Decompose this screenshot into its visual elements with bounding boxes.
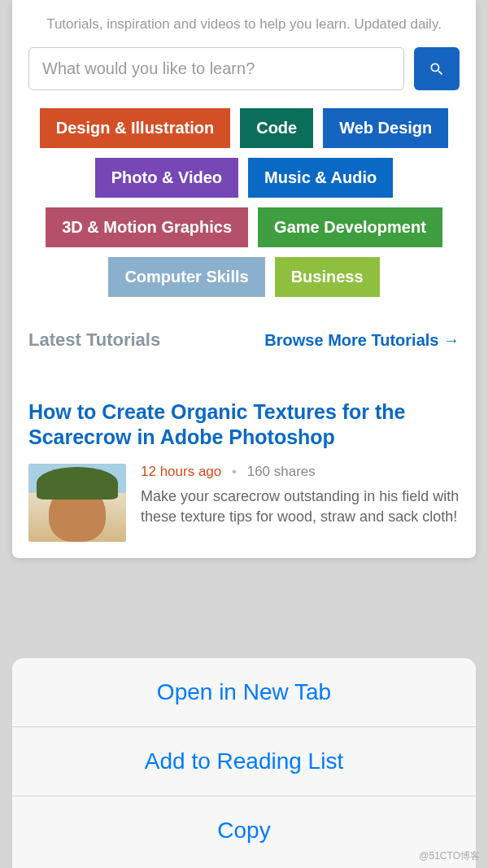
article-info: 12 hours ago • 160 shares Make your scar… bbox=[141, 464, 460, 542]
meta-separator: • bbox=[232, 464, 237, 479]
category-game-dev[interactable]: Game Development bbox=[258, 207, 442, 247]
article-shares: 160 shares bbox=[247, 464, 316, 479]
category-code[interactable]: Code bbox=[240, 108, 313, 148]
search-button[interactable] bbox=[414, 47, 460, 90]
category-3d-motion[interactable]: 3D & Motion Graphics bbox=[46, 207, 248, 247]
search-input[interactable] bbox=[28, 47, 404, 90]
watermark: @51CTO博客 bbox=[419, 849, 480, 863]
article-meta: 12 hours ago • 160 shares bbox=[141, 464, 460, 480]
category-photo-video[interactable]: Photo & Video bbox=[95, 158, 238, 198]
section-header: Latest Tutorials Browse More Tutorials → bbox=[28, 329, 460, 351]
search-row bbox=[28, 47, 460, 90]
search-icon bbox=[429, 61, 445, 77]
action-sheet: Open in New Tab Add to Reading List Copy bbox=[12, 658, 476, 868]
section-title: Latest Tutorials bbox=[28, 329, 160, 351]
category-design-illustration[interactable]: Design & Illustration bbox=[40, 108, 230, 148]
category-business[interactable]: Business bbox=[275, 257, 380, 297]
article-body: 12 hours ago • 160 shares Make your scar… bbox=[28, 464, 460, 542]
browse-more-link[interactable]: Browse More Tutorials → bbox=[264, 331, 460, 350]
action-copy[interactable]: Copy bbox=[12, 796, 476, 868]
article-excerpt: Make your scarecrow outstanding in his f… bbox=[141, 486, 460, 527]
tagline: Tutorials, inspiration and videos to hel… bbox=[28, 16, 460, 33]
article-title: How to Create Organic Textures for the S… bbox=[28, 399, 460, 451]
article-thumbnail[interactable] bbox=[28, 464, 126, 542]
page-content: Tutorials, inspiration and videos to hel… bbox=[12, 0, 476, 558]
article-link[interactable]: How to Create Organic Textures for the S… bbox=[28, 399, 460, 451]
category-music-audio[interactable]: Music & Audio bbox=[248, 158, 393, 198]
category-web-design[interactable]: Web Design bbox=[323, 108, 448, 148]
category-computer-skills[interactable]: Computer Skills bbox=[108, 257, 264, 297]
action-add-reading-list[interactable]: Add to Reading List bbox=[12, 727, 476, 796]
action-open-new-tab[interactable]: Open in New Tab bbox=[12, 658, 476, 727]
category-list: Design & Illustration Code Web Design Ph… bbox=[28, 108, 460, 297]
article-time: 12 hours ago bbox=[141, 464, 221, 479]
